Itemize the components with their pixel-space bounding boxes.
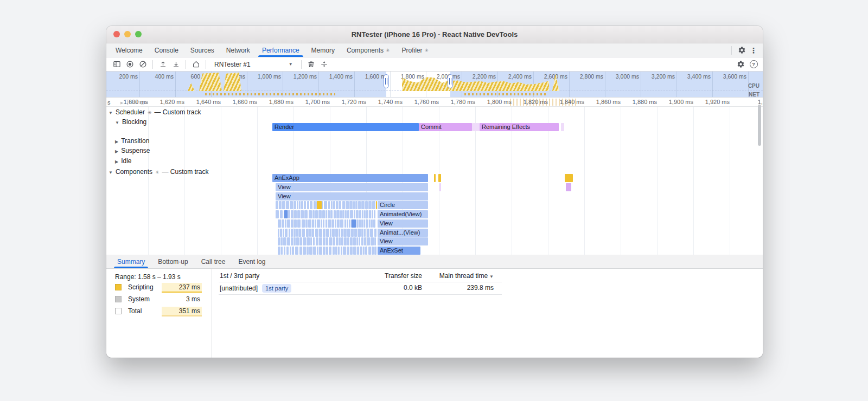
flame-bar[interactable] [284, 247, 285, 255]
flame-bar[interactable] [332, 229, 335, 237]
help-icon[interactable]: ? [749, 60, 758, 69]
flame-bar[interactable] [344, 237, 347, 245]
flame-bar[interactable] [317, 219, 320, 228]
flame-bar[interactable] [347, 229, 350, 237]
flame-bar[interactable] [347, 210, 349, 218]
flame-bar[interactable] [350, 210, 353, 218]
flame-bar[interactable] [347, 247, 349, 255]
flame-bar[interactable] [336, 237, 339, 245]
flame-bar[interactable] [339, 201, 341, 209]
flame-bar[interactable] [366, 219, 368, 228]
flame-bar[interactable] [337, 219, 340, 228]
capture-settings-gear-icon[interactable] [736, 60, 745, 69]
flame-bar[interactable] [330, 210, 333, 218]
flame-bar[interactable] [341, 247, 342, 255]
flame-bar[interactable] [356, 237, 358, 245]
record-icon[interactable] [124, 59, 136, 70]
flame-bar[interactable] [312, 219, 314, 228]
tab-sources[interactable]: Sources [184, 43, 220, 57]
flame-bar[interactable] [306, 229, 309, 237]
flame-bar[interactable] [340, 219, 343, 228]
flame-bar[interactable] [341, 237, 343, 245]
flame-bar[interactable] [319, 229, 322, 237]
flame-bar[interactable] [364, 229, 366, 237]
flame-bar[interactable] [315, 219, 316, 228]
flame-bar[interactable] [290, 201, 293, 209]
flame-bar[interactable] [326, 210, 327, 218]
flame-bar[interactable] [279, 201, 282, 209]
flame-bar[interactable] [312, 210, 315, 218]
flame-bar-view[interactable]: View [276, 192, 428, 200]
flame-bar[interactable] [331, 219, 334, 228]
flame-bar[interactable] [335, 247, 337, 255]
scheduler-bar-commit[interactable]: Commit [419, 123, 472, 131]
flame-bar[interactable] [328, 201, 330, 209]
flame-bar[interactable] [287, 219, 290, 228]
flame-bar[interactable] [366, 210, 368, 218]
flame-bar[interactable] [344, 219, 346, 228]
scheduler-bar[interactable] [561, 123, 564, 131]
flame-bar[interactable] [321, 219, 322, 228]
flame-bar[interactable] [303, 247, 306, 255]
flame-bar[interactable] [351, 229, 354, 237]
flame-bar[interactable] [338, 247, 340, 255]
flame-bar[interactable] [296, 237, 299, 245]
flame-bar[interactable] [334, 210, 336, 218]
lane-label-blocking[interactable]: ▼Blocking [115, 118, 146, 126]
flame-bar-view[interactable]: View [276, 183, 428, 191]
flame-bar[interactable] [372, 210, 373, 218]
lane-label-suspense[interactable]: ▶Suspense [115, 147, 150, 154]
flame-bar[interactable] [359, 210, 361, 218]
flame-bar-animated-view-[interactable]: Animated(View) [378, 210, 428, 218]
flame-bar[interactable] [374, 237, 376, 245]
flame-bar[interactable] [363, 247, 365, 255]
flame-bar[interactable] [371, 237, 374, 245]
flame-bar[interactable] [336, 210, 340, 218]
flame-bar[interactable] [282, 219, 284, 228]
flame-bar-view[interactable]: View [378, 219, 428, 228]
flame-bar[interactable] [289, 229, 290, 237]
legend-swatch[interactable] [115, 308, 122, 314]
flame-bar[interactable] [365, 247, 367, 255]
flame-bar[interactable] [323, 219, 324, 228]
flame-bar-circle[interactable]: Circle [378, 201, 428, 209]
flame-bar[interactable] [373, 219, 375, 228]
flame-bar[interactable] [374, 229, 376, 237]
flame-bar[interactable] [333, 237, 335, 245]
flame-bar[interactable] [354, 210, 355, 218]
flame-bar[interactable] [326, 247, 328, 255]
flame-bar-highlight[interactable] [317, 201, 322, 209]
selection-handle-left[interactable] [384, 74, 389, 88]
flame-bar[interactable] [319, 247, 322, 255]
flame-bar[interactable] [285, 229, 288, 237]
flame-bar[interactable] [308, 219, 311, 228]
collect-garbage-icon[interactable] [305, 59, 317, 70]
flame-bar[interactable] [333, 247, 335, 255]
flame-bar[interactable] [328, 210, 330, 218]
flame-bar[interactable] [346, 201, 349, 209]
column-header-main-thread-time[interactable]: Main thread time▼ [422, 272, 494, 280]
tab-console[interactable]: Console [149, 43, 184, 57]
details-tab-call-tree[interactable]: Call tree [195, 255, 232, 268]
flame-bar[interactable] [363, 219, 365, 228]
flame-bar[interactable] [301, 201, 303, 209]
flame-bar[interactable] [326, 219, 327, 228]
flame-bar[interactable] [319, 237, 322, 245]
flame-bar[interactable] [345, 210, 347, 218]
flame-bar[interactable] [309, 247, 312, 255]
flame-bar[interactable] [358, 201, 361, 209]
flame-bar[interactable] [330, 229, 331, 237]
flame-bar[interactable] [326, 229, 329, 237]
flame-bar[interactable] [285, 219, 286, 228]
flame-bar[interactable] [310, 201, 312, 209]
flame-bar[interactable] [323, 237, 326, 245]
more-options-icon[interactable]: ⋮ [749, 46, 758, 55]
flame-bar[interactable] [280, 229, 282, 237]
toggle-sidebar-icon[interactable] [111, 59, 123, 70]
scheduler-bar-render[interactable]: Render [272, 123, 419, 131]
flame-bar[interactable] [315, 210, 318, 218]
tab-memory[interactable]: Memory [305, 43, 341, 57]
flame-bar[interactable] [367, 237, 370, 245]
flame-bar[interactable] [293, 237, 296, 245]
flame-bar[interactable] [302, 229, 305, 237]
